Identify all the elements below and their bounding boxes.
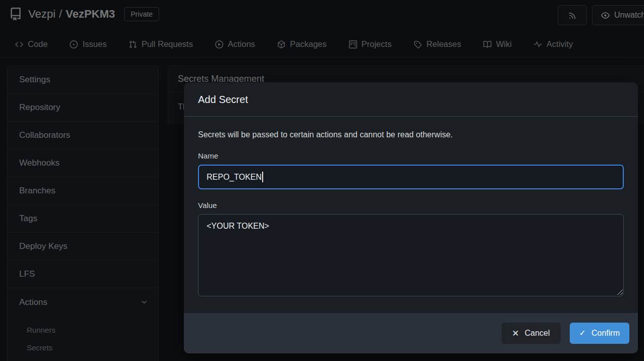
value-label: Value: [198, 201, 624, 210]
check-icon: ✓: [579, 329, 586, 337]
modal-title: Add Secret: [198, 94, 624, 106]
add-secret-modal: Add Secret Secrets will be passed to cer…: [184, 82, 638, 353]
confirm-button[interactable]: ✓ Confirm: [570, 323, 629, 344]
close-icon: ✕: [512, 329, 519, 338]
modal-footer: ✕ Cancel ✓ Confirm: [184, 313, 638, 353]
secret-name-input[interactable]: REPO_TOKEN: [198, 165, 624, 189]
modal-header: Add Secret: [184, 82, 638, 117]
text-caret: [262, 172, 263, 182]
modal-body: Secrets will be passed to certain action…: [184, 117, 638, 313]
cancel-label: Cancel: [525, 329, 550, 338]
cancel-button[interactable]: ✕ Cancel: [502, 323, 561, 344]
name-label: Name: [198, 151, 624, 160]
secret-value-textarea[interactable]: <YOUR TOKEN>: [198, 214, 624, 296]
secret-name-value: REPO_TOKEN: [207, 173, 262, 182]
confirm-label: Confirm: [591, 329, 620, 338]
modal-description: Secrets will be passed to certain action…: [198, 130, 624, 140]
